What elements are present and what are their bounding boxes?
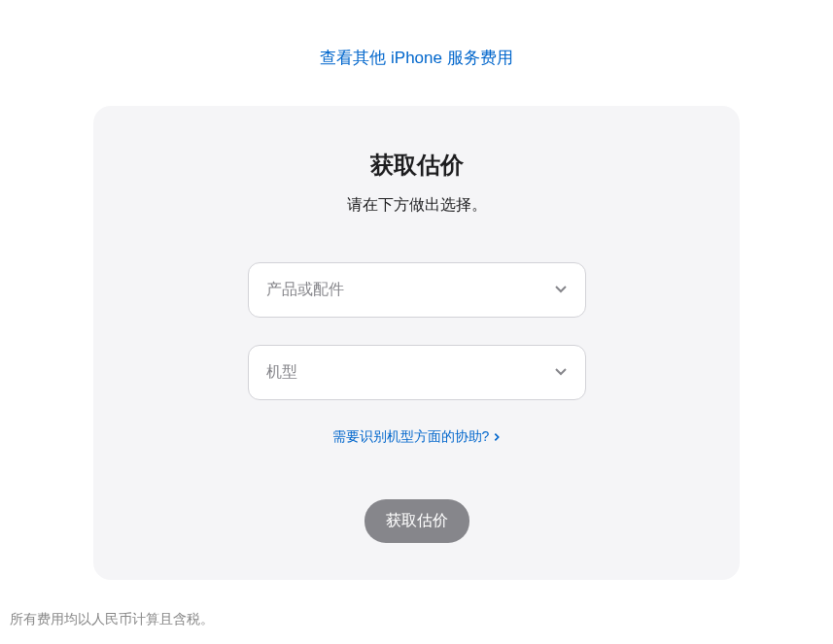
chevron-right-icon (493, 429, 501, 445)
model-select[interactable]: 机型 (248, 345, 586, 400)
footer-tax-note: 所有费用均以人民币计算且含税。 (10, 607, 823, 631)
other-iphone-services-link[interactable]: 查看其他 iPhone 服务费用 (320, 49, 512, 67)
product-select[interactable]: 产品或配件 (248, 262, 586, 318)
chevron-down-icon (554, 282, 568, 299)
card-title: 获取估价 (132, 150, 701, 181)
product-select-placeholder: 产品或配件 (266, 280, 344, 300)
chevron-down-icon (554, 364, 568, 382)
card-subtitle: 请在下方做出选择。 (132, 195, 701, 216)
help-link-label: 需要识别机型方面的协助? (332, 428, 490, 446)
get-estimate-button[interactable]: 获取估价 (364, 499, 469, 543)
estimate-card: 获取估价 请在下方做出选择。 产品或配件 机型 需要识别机型方面的协助? 获取估… (93, 106, 740, 580)
footer-notes: 所有费用均以人民币计算且含税。 截至 2023 年 2 月底, 保外电池服务的费… (0, 607, 833, 644)
model-select-placeholder: 机型 (266, 362, 297, 383)
identify-model-help-link[interactable]: 需要识别机型方面的协助? (332, 428, 502, 446)
